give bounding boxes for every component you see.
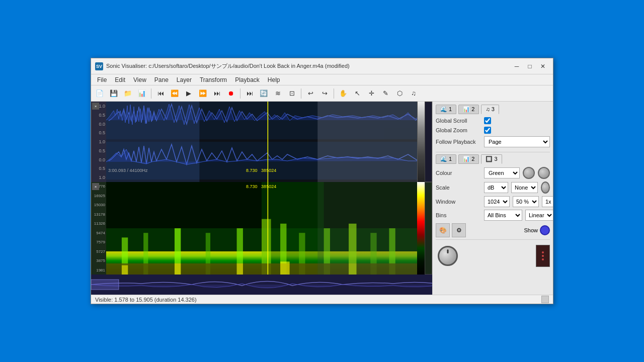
maximize-button[interactable]: □ [524, 61, 536, 72]
scale-select[interactable]: dB Linear [484, 182, 508, 193]
status-scrollbar[interactable] [541, 296, 549, 303]
skip-end-button[interactable]: ⏭ [210, 87, 223, 100]
window-controls: ─ □ ✕ [511, 61, 549, 72]
navigate-tool[interactable]: ✋ [337, 87, 350, 100]
redo-button[interactable]: ↪ [318, 87, 331, 100]
waveform-scrollbar[interactable] [425, 102, 432, 182]
freq-label: 15030 [92, 203, 105, 207]
dot-3 [542, 258, 544, 260]
save-button[interactable]: 💾 [107, 87, 120, 100]
left-panel: × 1.0 0.5 0.0 0.5 1.0 0.5 0.0 0.5 1.0 [91, 102, 432, 295]
rewind-button[interactable]: ⏪ [168, 87, 181, 100]
close-button[interactable]: ✕ [537, 61, 549, 72]
menu-file[interactable]: File [93, 75, 111, 84]
waveform-tab-3[interactable]: ♫ 3 [481, 105, 499, 114]
spec-tab-2[interactable]: 📊 2 [458, 154, 479, 164]
play-button[interactable]: ▶ [182, 87, 195, 100]
y-label: 0.5 [92, 166, 105, 171]
rewind-to-start-button[interactable]: ⏮ [154, 87, 167, 100]
spec-tab-1[interactable]: 🌊 1 [436, 154, 456, 164]
window-zoom-select[interactable]: 1x 2x [542, 196, 553, 207]
erase-tool[interactable]: ♫ [407, 87, 420, 100]
waveform-tab-2[interactable]: 📊 2 [458, 105, 479, 114]
draw-tool[interactable]: ⬡ [393, 87, 406, 100]
loop-button[interactable]: ⏭ [243, 87, 256, 100]
record-button[interactable]: ⏺ [224, 87, 237, 100]
app-icon: SV [95, 62, 103, 70]
volume-knob-area [436, 244, 460, 268]
new-file-button[interactable]: 📄 [93, 87, 106, 100]
menu-playback[interactable]: Playback [231, 75, 264, 84]
waveform-tab-1[interactable]: 🌊 1 [436, 105, 456, 114]
minimap-canvas[interactable] [91, 275, 432, 295]
window-overlap-select[interactable]: 50 % 25 % [513, 196, 539, 207]
spec-tab-label-3: 3 [494, 156, 497, 162]
spec-tab-3[interactable]: 🔲 3 [481, 154, 502, 164]
global-scroll-checkbox[interactable] [484, 117, 491, 124]
show-toggle[interactable] [540, 225, 550, 235]
spec-tab-label-1: 1 [449, 156, 452, 162]
select-tool[interactable]: ↖ [351, 87, 364, 100]
bins-scale-select[interactable]: Linear Log [525, 210, 553, 221]
window-size-select[interactable]: 1024 512 2048 [484, 196, 510, 207]
toolbar-sep-3 [301, 88, 301, 99]
waveform-canvas[interactable]: 3:00.093 / 44100Hz 8.730 385024 [106, 102, 417, 182]
open-button[interactable]: 📁 [121, 87, 134, 100]
panel-divider-1 [436, 152, 550, 152]
spectrogram-icon-btn-2[interactable]: ⚙ [452, 223, 466, 237]
move-tool[interactable]: ✛ [365, 87, 378, 100]
freq-label: 11326 [92, 221, 105, 226]
colour-knob-2[interactable] [538, 167, 550, 179]
export-button[interactable]: 📊 [135, 87, 148, 100]
spectrogram-svg [106, 182, 417, 275]
close-waveform-button[interactable]: × [92, 103, 99, 110]
show-label: Show [524, 227, 538, 233]
menu-pane[interactable]: Pane [150, 75, 173, 84]
menu-edit[interactable]: Edit [111, 75, 129, 84]
menu-view[interactable]: View [129, 75, 150, 84]
waveform-tab-label: 1 [449, 106, 452, 112]
fast-forward-button[interactable]: ⏩ [196, 87, 209, 100]
undo-button[interactable]: ↩ [304, 87, 317, 100]
scale-knob[interactable] [541, 182, 550, 194]
svg-rect-30 [317, 182, 417, 275]
close-spectrogram-button[interactable]: × [92, 183, 99, 190]
menu-transform[interactable]: Transform [196, 75, 231, 84]
toolbar-sep-1 [151, 88, 151, 99]
normalize-select[interactable]: None Peak [511, 182, 538, 193]
follow-playback-select[interactable]: Page Scroll Off [484, 136, 550, 147]
spectrogram-scrollbar[interactable] [425, 182, 432, 275]
cycle-button[interactable]: 🔄 [257, 87, 270, 100]
spec-tab-icon-1: 🌊 [440, 156, 447, 162]
align-button[interactable]: ≋ [271, 87, 284, 100]
spectrogram-canvas[interactable]: 8.730 385024 [106, 182, 417, 275]
zoom-button[interactable]: ⊡ [285, 87, 298, 100]
spec-tab-label-2: 2 [471, 156, 474, 162]
menu-dots-button[interactable] [536, 245, 550, 267]
global-zoom-checkbox[interactable] [484, 127, 491, 134]
colour-select[interactable]: Green Blue Red Sunset [484, 167, 520, 178]
freq-label: 1981 [92, 268, 105, 273]
waveform-tab-icon: 🌊 [440, 106, 447, 112]
minimap-section[interactable] [91, 275, 432, 295]
menu-layer[interactable]: Layer [173, 75, 196, 84]
minimize-button[interactable]: ─ [511, 61, 523, 72]
waveform-tab-label-3: 3 [492, 106, 495, 112]
freq-label: 7579 [92, 240, 105, 244]
main-window: SV Sonic Visualiser: c:/Users/softaro/De… [91, 58, 553, 304]
freq-label: 5727 [92, 249, 105, 254]
menu-help[interactable]: Help [264, 75, 284, 84]
svg-rect-27 [280, 261, 290, 275]
bins-label: Bins [436, 212, 481, 218]
waveform-layer-controls: 🌊 1 📊 2 ♫ 3 Global Scroll [436, 105, 550, 150]
spectrogram-icon-btn-1[interactable]: 🎨 [436, 223, 450, 237]
global-zoom-label: Global Zoom [436, 127, 481, 133]
waveform-section[interactable]: × 1.0 0.5 0.0 0.5 1.0 0.5 0.0 0.5 1.0 [91, 102, 432, 182]
bins-select[interactable]: All Bins Peak Bins [484, 210, 522, 221]
colour-knob-1[interactable] [523, 167, 535, 179]
freq-label: 3875 [92, 258, 105, 263]
title-bar-left: SV Sonic Visualiser: c:/Users/softaro/De… [95, 62, 350, 70]
volume-knob[interactable] [438, 246, 458, 266]
spectrogram-section[interactable]: × 18776 16925 15030 13178 11326 9474 757… [91, 182, 432, 275]
edit-tool[interactable]: ✎ [379, 87, 392, 100]
